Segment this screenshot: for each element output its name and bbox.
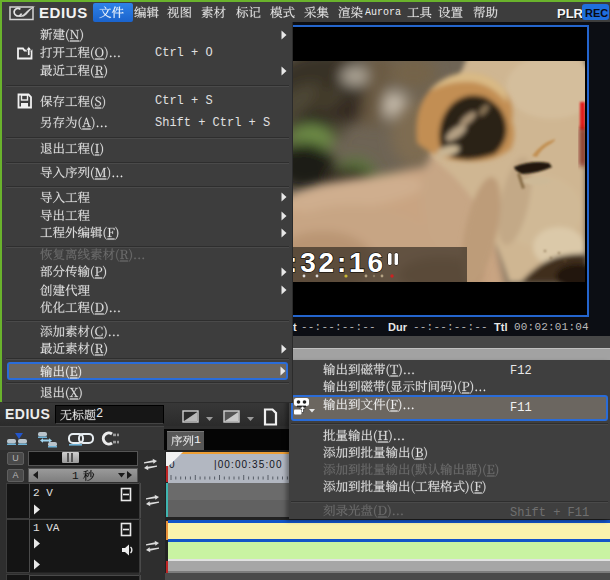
svg-text::32:16: :32:16: [293, 247, 383, 278]
